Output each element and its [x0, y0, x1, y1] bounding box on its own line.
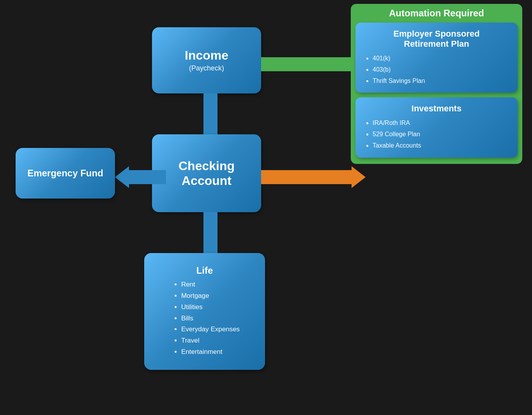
list-item: Everyday Expenses: [181, 324, 240, 335]
automation-label: Automation Required: [355, 8, 518, 19]
investments-list: IRA/Roth IRA 529 College Plan Taxable Ac…: [363, 118, 510, 151]
emergency-fund-box: Emergency Fund: [16, 148, 115, 199]
list-item: IRA/Roth IRA: [373, 118, 510, 129]
checking-title: CheckingAccount: [179, 158, 235, 188]
list-item: Utilities: [181, 302, 240, 313]
income-subtitle: (Paycheck): [189, 64, 224, 72]
list-item: 529 College Plan: [373, 129, 510, 140]
automation-container: Automation Required Employer SponsoredRe…: [351, 4, 522, 164]
life-box: Life Rent Mortgage Utilities Bills Every…: [144, 253, 265, 370]
list-item: Bills: [181, 313, 240, 324]
arrow-checking-investments: [261, 166, 366, 188]
checking-box: CheckingAccount: [152, 134, 261, 212]
list-item: Travel: [181, 335, 240, 346]
life-list: Rent Mortgage Utilities Bills Everyday E…: [170, 279, 240, 358]
employer-list: 401(k) 403(b) Thrift Savings Plan: [363, 53, 510, 86]
list-item: 403(b): [373, 64, 510, 76]
list-item: Mortgage: [181, 290, 240, 302]
list-item: Taxable Accounts: [373, 140, 510, 151]
employer-box: Employer SponsoredRetirement Plan 401(k)…: [355, 23, 518, 93]
arrow-checking-emergency: [115, 166, 166, 188]
list-item: Thrift Savings Plan: [373, 76, 510, 87]
investments-title: Investments: [363, 104, 510, 114]
diagram-container: Income (Paycheck) CheckingAccount Emerge…: [0, 0, 532, 415]
list-item: Rent: [181, 279, 240, 290]
income-title: Income: [185, 48, 228, 63]
arrow-income-employer: [261, 53, 365, 75]
investments-box: Investments IRA/Roth IRA 529 College Pla…: [355, 97, 518, 157]
list-item: 401(k): [373, 53, 510, 64]
emergency-title: Emergency Fund: [27, 168, 103, 179]
list-item: Entertainment: [181, 346, 240, 358]
life-title: Life: [196, 265, 213, 276]
employer-title: Employer SponsoredRetirement Plan: [363, 29, 510, 49]
income-box: Income (Paycheck): [152, 27, 261, 93]
